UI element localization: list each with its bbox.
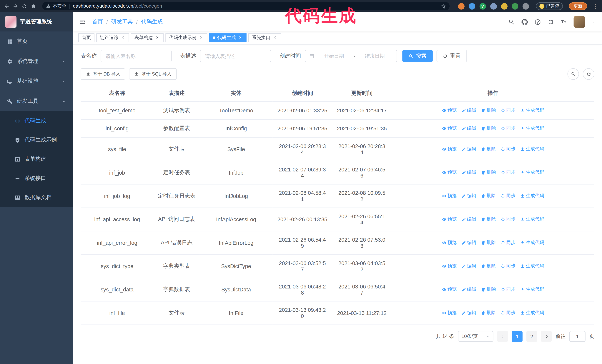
sidebar-item-home[interactable]: 首页	[0, 31, 73, 52]
delete-action-link[interactable]: 删除	[481, 286, 496, 293]
delete-action-link[interactable]: 删除	[481, 125, 496, 132]
fullscreen-icon[interactable]	[548, 19, 554, 25]
sync-action-link[interactable]: 同步	[501, 107, 516, 114]
tab-close-icon[interactable]: ×	[155, 35, 160, 41]
extension-vue-devtools-icon[interactable]: V	[479, 3, 486, 10]
generate-code-action-link[interactable]: 生成代码	[520, 310, 544, 316]
browser-forward-icon[interactable]	[13, 3, 18, 9]
header-search-icon[interactable]	[508, 19, 515, 25]
generate-code-action-link[interactable]: 生成代码	[520, 286, 544, 293]
table-desc-input[interactable]	[200, 50, 271, 62]
sidebar-toggle-icon[interactable]	[79, 18, 86, 25]
page-1-button[interactable]: 1	[512, 331, 523, 342]
generate-code-action-link[interactable]: 生成代码	[520, 146, 544, 152]
sidebar-item-codegen[interactable]: 代码生成	[0, 111, 73, 131]
avatar-caret-icon[interactable]	[592, 20, 596, 24]
toggle-search-button[interactable]	[567, 68, 579, 80]
generate-code-action-link[interactable]: 生成代码	[520, 239, 544, 246]
preview-action-link[interactable]: 预览	[442, 263, 457, 269]
extension-icon[interactable]	[522, 3, 529, 10]
generate-code-action-link[interactable]: 生成代码	[520, 216, 544, 223]
edit-action-link[interactable]: 编辑	[461, 263, 476, 269]
edit-action-link[interactable]: 编辑	[461, 286, 476, 293]
next-page-button[interactable]	[541, 331, 552, 342]
import-sql-button[interactable]: 基于 SQL 导入	[129, 68, 176, 80]
breadcrumb-dev-tools[interactable]: 研发工具	[111, 18, 133, 25]
sidebar-item-codegen-example[interactable]: 代码生成示例	[0, 130, 73, 150]
preview-action-link[interactable]: 预览	[442, 286, 457, 293]
edit-action-link[interactable]: 编辑	[461, 125, 476, 132]
tab-trace[interactable]: 链路追踪 ×	[96, 33, 129, 42]
extension-icon[interactable]	[469, 3, 475, 10]
breadcrumb-home[interactable]: 首页	[92, 18, 103, 25]
tab-codegen-active[interactable]: 代码生成 ×	[209, 33, 247, 42]
extension-icon[interactable]	[512, 3, 518, 10]
user-avatar[interactable]	[574, 16, 585, 28]
bookmark-star-icon[interactable]	[441, 4, 445, 9]
sidebar-item-db-doc[interactable]: 数据库文档	[0, 188, 73, 207]
edit-action-link[interactable]: 编辑	[461, 216, 476, 223]
tab-system-api[interactable]: 系统接口 ×	[248, 33, 281, 42]
edit-action-link[interactable]: 编辑	[461, 169, 476, 176]
sidebar-item-system-management[interactable]: 系统管理	[0, 52, 73, 72]
preview-action-link[interactable]: 预览	[442, 310, 457, 316]
edit-action-link[interactable]: 编辑	[461, 239, 476, 246]
delete-action-link[interactable]: 删除	[481, 107, 496, 114]
edit-action-link[interactable]: 编辑	[461, 193, 476, 199]
sidebar-item-form-builder[interactable]: 表单构建	[0, 150, 73, 169]
page-2-button[interactable]: 2	[527, 331, 537, 342]
delete-action-link[interactable]: 删除	[481, 169, 496, 176]
edit-action-link[interactable]: 编辑	[461, 310, 476, 316]
delete-action-link[interactable]: 删除	[481, 310, 496, 316]
sync-action-link[interactable]: 同步	[501, 263, 516, 269]
generate-code-action-link[interactable]: 生成代码	[520, 193, 544, 199]
browser-reload-icon[interactable]	[22, 3, 27, 9]
sync-action-link[interactable]: 同步	[501, 169, 516, 176]
page-size-select[interactable]: 10条/页	[458, 331, 494, 342]
delete-action-link[interactable]: 删除	[481, 263, 496, 269]
search-button[interactable]: 搜索	[402, 50, 433, 62]
tab-form-builder[interactable]: 表单构建 ×	[131, 33, 163, 42]
delete-action-link[interactable]: 删除	[481, 193, 496, 199]
refresh-table-button[interactable]	[583, 68, 594, 80]
sync-action-link[interactable]: 同步	[501, 216, 516, 223]
tab-codegen-example[interactable]: 代码生成示例 ×	[165, 33, 207, 42]
goto-page-input[interactable]	[570, 331, 586, 342]
tab-close-icon[interactable]: ×	[272, 35, 278, 41]
tab-close-icon[interactable]: ×	[238, 35, 243, 41]
browser-home-icon[interactable]	[30, 3, 36, 9]
generate-code-action-link[interactable]: 生成代码	[520, 169, 544, 176]
sync-action-link[interactable]: 同步	[501, 310, 516, 316]
sync-action-link[interactable]: 同步	[501, 193, 516, 199]
generate-code-action-link[interactable]: 生成代码	[520, 263, 544, 269]
sync-action-link[interactable]: 同步	[501, 146, 516, 152]
extension-icon[interactable]	[501, 3, 507, 10]
app-logo[interactable]: 芋道管理系统	[0, 12, 73, 31]
reset-button[interactable]: 重置	[437, 50, 467, 62]
delete-action-link[interactable]: 删除	[481, 216, 496, 223]
sync-action-link[interactable]: 同步	[501, 125, 516, 132]
help-icon[interactable]	[534, 19, 541, 25]
chrome-update-button[interactable]: 更新	[569, 2, 587, 10]
create-time-range-picker[interactable]: 开始日期 - 结束日期	[305, 50, 397, 62]
generate-code-action-link[interactable]: 生成代码	[520, 107, 544, 114]
table-name-input[interactable]	[101, 50, 172, 62]
github-icon[interactable]	[521, 19, 528, 25]
import-db-button[interactable]: 基于 DB 导入	[81, 68, 125, 80]
extension-icon[interactable]	[458, 3, 464, 10]
browser-back-icon[interactable]	[4, 3, 10, 9]
generate-code-action-link[interactable]: 生成代码	[520, 125, 544, 132]
preview-action-link[interactable]: 预览	[442, 169, 457, 176]
sync-action-link[interactable]: 同步	[501, 286, 516, 293]
profile-paused-badge[interactable]: 已暂停	[536, 2, 563, 10]
font-size-icon[interactable]: TT	[560, 19, 567, 25]
preview-action-link[interactable]: 预览	[442, 216, 457, 223]
preview-action-link[interactable]: 预览	[442, 125, 457, 132]
preview-action-link[interactable]: 预览	[442, 146, 457, 152]
sidebar-item-system-api[interactable]: 系统接口	[0, 169, 73, 188]
extension-icon[interactable]	[490, 3, 497, 10]
tab-close-icon[interactable]: ×	[199, 35, 204, 41]
delete-action-link[interactable]: 删除	[481, 239, 496, 246]
tab-home[interactable]: 首页	[78, 33, 95, 42]
preview-action-link[interactable]: 预览	[442, 107, 457, 114]
